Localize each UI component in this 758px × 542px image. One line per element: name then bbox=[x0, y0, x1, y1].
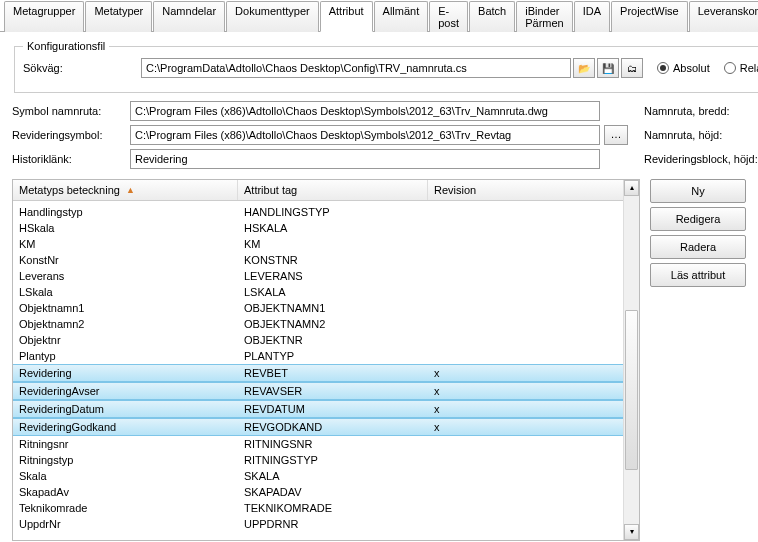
cell-revision bbox=[428, 517, 623, 531]
tab-metatyper[interactable]: Metatyper bbox=[85, 1, 152, 32]
tab-attribut[interactable]: Attribut bbox=[320, 1, 373, 32]
cell-attrtag: REVDATUM bbox=[238, 402, 428, 416]
col-metatype[interactable]: Metatyps beteckning ▲ bbox=[13, 180, 238, 200]
tab-metagrupper[interactable]: Metagrupper bbox=[4, 1, 84, 32]
table-row[interactable]: KMKM bbox=[13, 236, 623, 252]
hist-input[interactable] bbox=[130, 149, 600, 169]
table-row[interactable]: RitningsnrRITNINGSNR bbox=[13, 436, 623, 452]
table-row[interactable]: LeveransLEVERANS bbox=[13, 268, 623, 284]
cell-attrtag: HSKALA bbox=[238, 221, 428, 235]
cell-attrtag: OBJEKTNR bbox=[238, 333, 428, 347]
table-row[interactable]: SkapadAvSKAPADAV bbox=[13, 484, 623, 500]
tab-leveranskontroll[interactable]: Leveranskontroll bbox=[689, 1, 758, 32]
read-attr-button[interactable]: Läs attribut bbox=[650, 263, 746, 287]
saveas-icon[interactable]: 🗂 bbox=[621, 58, 643, 78]
table-row[interactable]: HSkalaHSKALA bbox=[13, 220, 623, 236]
cell-revision bbox=[428, 285, 623, 299]
cell-attrtag: UPPDRNR bbox=[238, 517, 428, 531]
table-row[interactable]: UppdrNrUPPDRNR bbox=[13, 516, 623, 532]
cell-revision bbox=[428, 469, 623, 483]
tab-dokumenttyper[interactable]: Dokumenttyper bbox=[226, 1, 319, 32]
tab-bar: MetagrupperMetatyperNamndelarDokumenttyp… bbox=[0, 0, 758, 32]
edit-button[interactable]: Redigera bbox=[650, 207, 746, 231]
config-fieldset: Konfigurationsfil Sökväg: 📂 💾 🗂 Absolut … bbox=[14, 40, 758, 93]
cell-metatype: LSkala bbox=[13, 285, 238, 299]
cell-metatype: Objektnr bbox=[13, 333, 238, 347]
cell-attrtag: LSKALA bbox=[238, 285, 428, 299]
cell-attrtag: REVBET bbox=[238, 366, 428, 380]
path-label: Sökväg: bbox=[23, 62, 141, 74]
delete-button[interactable]: Radera bbox=[650, 235, 746, 259]
height-label: Namnruta, höjd: bbox=[644, 129, 758, 141]
cell-attrtag: SKALA bbox=[238, 469, 428, 483]
table-row[interactable]: KonstNrKONSTNR bbox=[13, 252, 623, 268]
table-row[interactable]: RevideringAvserREVAVSERx bbox=[13, 382, 623, 400]
cell-metatype: KonstNr bbox=[13, 253, 238, 267]
open-icon[interactable]: 📂 bbox=[573, 58, 595, 78]
cell-metatype: Revidering bbox=[13, 366, 238, 380]
table-row[interactable]: Objektnamn1OBJEKTNAMN1 bbox=[13, 300, 623, 316]
cell-metatype: RevideringDatum bbox=[13, 402, 238, 416]
save-icon[interactable]: 💾 bbox=[597, 58, 619, 78]
table-row[interactable]: RitningstypRITNINGSTYP bbox=[13, 452, 623, 468]
revsym-input[interactable] bbox=[130, 125, 600, 145]
cell-attrtag: KONSTNR bbox=[238, 253, 428, 267]
relative-radio[interactable] bbox=[724, 62, 736, 74]
cell-metatype: RevideringGodkand bbox=[13, 420, 238, 434]
cell-metatype: RevideringAvser bbox=[13, 384, 238, 398]
table-row[interactable]: RevideringREVBETx bbox=[13, 364, 623, 382]
relative-label: Relativ bbox=[740, 62, 758, 74]
absolute-radio[interactable] bbox=[657, 62, 669, 74]
tab-namndelar[interactable]: Namndelar bbox=[153, 1, 225, 32]
col-attrtag[interactable]: Attribut tag bbox=[238, 180, 428, 200]
cell-revision bbox=[428, 253, 623, 267]
cell-revision bbox=[428, 317, 623, 331]
tab-projectwise[interactable]: ProjectWise bbox=[611, 1, 688, 32]
table-row[interactable]: PlantypPLANTYP bbox=[13, 348, 623, 364]
table-row[interactable]: HandlingstypHANDLINGSTYP bbox=[13, 204, 623, 220]
cell-revision bbox=[428, 269, 623, 283]
tab-batch[interactable]: Batch bbox=[469, 1, 515, 32]
table-row[interactable]: TeknikomradeTEKNIKOMRADE bbox=[13, 500, 623, 516]
cell-revision: x bbox=[428, 384, 623, 398]
cell-metatype: Ritningstyp bbox=[13, 453, 238, 467]
config-legend: Konfigurationsfil bbox=[23, 40, 109, 52]
vertical-scrollbar[interactable]: ▴ ▾ bbox=[623, 180, 639, 540]
table-row[interactable]: LSkalaLSKALA bbox=[13, 284, 623, 300]
cell-revision bbox=[428, 453, 623, 467]
browse-button[interactable]: … bbox=[604, 125, 628, 145]
attribute-grid[interactable]: Metatyps beteckning ▲ Attribut tag Revis… bbox=[12, 179, 640, 541]
symbol-input[interactable] bbox=[130, 101, 600, 121]
cell-attrtag: OBJEKTNAMN2 bbox=[238, 317, 428, 331]
table-row[interactable]: RevideringDatumREVDATUMx bbox=[13, 400, 623, 418]
tab-ida[interactable]: IDA bbox=[574, 1, 610, 32]
tab-ibinder-pärmen[interactable]: iBinder Pärmen bbox=[516, 1, 573, 32]
cell-revision bbox=[428, 349, 623, 363]
cell-metatype: Teknikomrade bbox=[13, 501, 238, 515]
width-label: Namnruta, bredd: bbox=[644, 105, 758, 117]
table-row[interactable]: Objektnamn2OBJEKTNAMN2 bbox=[13, 316, 623, 332]
cell-metatype: Leverans bbox=[13, 269, 238, 283]
cell-revision bbox=[428, 237, 623, 251]
scroll-up-icon[interactable]: ▴ bbox=[624, 180, 639, 196]
revsym-label: Revideringsymbol: bbox=[12, 129, 130, 141]
tab-allmänt[interactable]: Allmänt bbox=[374, 1, 429, 32]
grid-header: Metatyps beteckning ▲ Attribut tag Revis… bbox=[13, 180, 639, 201]
cell-revision: x bbox=[428, 420, 623, 434]
new-button[interactable]: Ny bbox=[650, 179, 746, 203]
cell-metatype: Handlingstyp bbox=[13, 205, 238, 219]
cell-attrtag: REVAVSER bbox=[238, 384, 428, 398]
path-input[interactable] bbox=[141, 58, 571, 78]
tab-e-post[interactable]: E-post bbox=[429, 1, 468, 32]
table-row[interactable]: SkalaSKALA bbox=[13, 468, 623, 484]
table-row[interactable]: RevideringGodkandREVGODKANDx bbox=[13, 418, 623, 436]
table-row[interactable]: ObjektnrOBJEKTNR bbox=[13, 332, 623, 348]
col-revision[interactable]: Revision bbox=[428, 180, 639, 200]
cell-revision bbox=[428, 501, 623, 515]
cell-revision: x bbox=[428, 366, 623, 380]
cell-metatype: Skala bbox=[13, 469, 238, 483]
scroll-thumb[interactable] bbox=[625, 310, 638, 470]
cell-revision bbox=[428, 485, 623, 499]
scroll-down-icon[interactable]: ▾ bbox=[624, 524, 639, 540]
revblock-label: Revideringsblock, höjd: bbox=[644, 153, 758, 165]
